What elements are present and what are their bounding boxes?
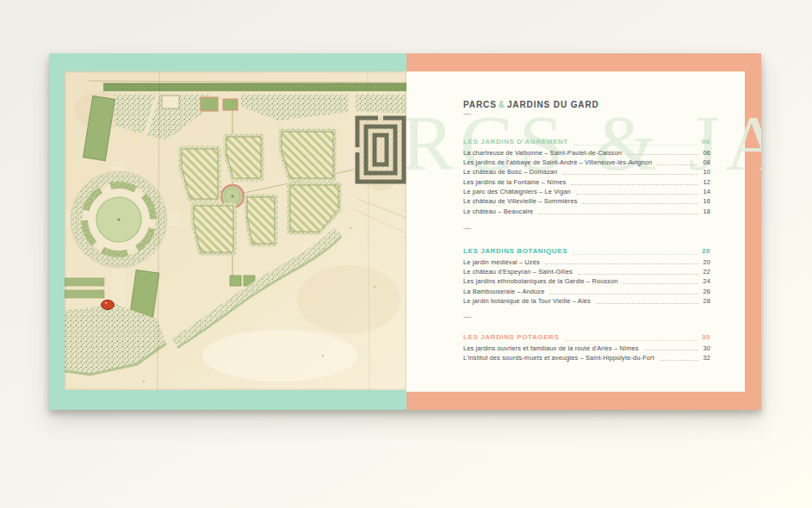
toc-entry: Les jardins ouvriers et familiaux de la … [463, 344, 710, 353]
dotted-leader [571, 184, 698, 185]
toc-entry-label: Le jardin médiéval – Uzès [463, 257, 540, 267]
toc-entry-label: Le château d'Espeyran – Saint-Gilles [463, 267, 573, 276]
toc-entry-label: Le parc des Châtaigniers – Le Vigan [463, 187, 571, 196]
toc-section-potagers: LES JARDINS POTAGERS 30 Les jardins ouvr… [463, 332, 710, 362]
toc-entry-page: 22 [703, 267, 710, 276]
dotted-leader [562, 174, 698, 175]
dotted-leader [660, 360, 699, 361]
dotted-leader [564, 340, 697, 341]
toc-entry-label: Les jardins ouvriers et familiaux de la … [463, 344, 639, 353]
toc-panel: PARCS&JARDINS DU GARD — LES JARDINS D'AG… [406, 71, 745, 392]
garden-plan-illustration [65, 71, 406, 390]
toc-entry-page: 30 [703, 344, 710, 353]
toc-entry: Le jardin médiéval – Uzès 20 [463, 257, 710, 267]
toc-entry-page: 18 [703, 207, 710, 216]
toc-entry-page: 12 [703, 177, 710, 187]
right-page: PARCS&JARDINS DU GARD — LES JARDINS D'AG… [406, 53, 761, 410]
toc-entry: Le jardin botanique de la Tour Vieille –… [463, 296, 710, 306]
dotted-leader [623, 283, 699, 284]
dotted-leader [549, 294, 698, 294]
toc-entry-page: 06 [703, 148, 710, 158]
dotted-leader [644, 350, 699, 350]
dotted-leader [657, 164, 698, 165]
toc-entry: Le château de Villevieille – Sommières 1… [463, 196, 710, 206]
dotted-leader [573, 145, 697, 146]
toc-entry-label: Le château de Villevieille – Sommières [463, 196, 578, 206]
section-label: LES JARDINS BOTANIQUES [463, 246, 567, 257]
photo-backdrop: PARCS&JARDINS DU GARD — LES JARDINS D'AG… [0, 0, 812, 508]
dotted-leader [573, 254, 697, 255]
toc-entry: Les jardins de la Fontaine – Nîmes 12 [463, 177, 710, 187]
toc-entry-label: Le château de Bosc – Domazan [463, 167, 557, 177]
book-spread: PARCS&JARDINS DU GARD — LES JARDINS D'AG… [49, 53, 761, 410]
dotted-leader [596, 303, 699, 304]
maze [355, 115, 404, 182]
dotted-leader [578, 274, 699, 275]
divider-dash: — [463, 109, 471, 118]
red-building [102, 300, 115, 310]
toc-entry-page: 28 [703, 296, 710, 306]
dotted-leader [545, 263, 699, 264]
section-page: 20 [702, 246, 710, 257]
toc-entry-page: 14 [703, 187, 710, 196]
toc-entry-label: Le jardin botanique de la Tour Vieille –… [463, 296, 591, 306]
section-page: 06 [702, 137, 710, 148]
toc-entry: L'institut des sourds-muets et aveugles … [463, 353, 710, 362]
toc-entry: La Bambouseraie – Anduze 26 [463, 287, 710, 296]
dotted-leader [576, 194, 699, 195]
toc-entry-label: Les jardins de la Fontaine – Nîmes [463, 177, 566, 187]
toc-entry-page: 26 [703, 287, 710, 296]
toc-entry: Le château d'Espeyran – Saint-Gilles 22 [463, 267, 710, 276]
toc-entry: Le château – Beaucaire 18 [463, 207, 710, 216]
toc-section-agrement: LES JARDINS D'AGRÉMENT 06 La chartreuse … [463, 137, 710, 216]
toc-entry: La chartreuse de Valbonne – Saint-Paulet… [463, 148, 710, 158]
divider-dash: — [463, 224, 471, 232]
table-of-contents: PARCS&JARDINS DU GARD — LES JARDINS D'AG… [463, 71, 710, 392]
toc-entry-label: L'institut des sourds-muets et aveugles … [463, 353, 654, 362]
toc-entry: Les jardins ethnobotaniques de la Gardie… [463, 276, 710, 286]
toc-entry-page: 20 [703, 257, 710, 267]
top-allee [103, 84, 406, 91]
toc-entry-label: Les jardins de l'abbaye de Saint-André –… [463, 158, 652, 167]
toc-entry-page: 24 [703, 276, 710, 286]
title-ampersand: & [497, 100, 507, 109]
toc-entry-page: 16 [703, 196, 710, 206]
left-page [49, 53, 406, 410]
toc-entry-page: 10 [703, 167, 710, 177]
title-part1: PARCS [463, 100, 497, 109]
toc-entry: Les jardins de l'abbaye de Saint-André –… [463, 158, 710, 167]
section-page: 30 [702, 332, 710, 344]
dotted-leader [583, 203, 699, 204]
toc-entry-label: Les jardins ethnobotaniques de la Gardie… [463, 276, 618, 286]
toc-entry-page: 08 [703, 158, 710, 167]
toc-entry-page: 32 [703, 353, 710, 362]
title-part2: JARDINS DU GARD [507, 100, 599, 109]
dotted-leader [627, 154, 698, 155]
toc-entry: Le parc des Châtaigniers – Le Vigan 14 [463, 187, 710, 196]
section-label: LES JARDINS D'AGRÉMENT [463, 137, 568, 148]
toc-entry-label: La Bambouseraie – Anduze [463, 287, 544, 296]
divider-dash: — [463, 313, 471, 321]
toc-section-header: LES JARDINS BOTANIQUES 20 [463, 246, 710, 257]
dotted-leader [538, 214, 698, 214]
page-title: PARCS&JARDINS DU GARD [463, 100, 599, 109]
toc-entry: Le château de Bosc – Domazan 10 [463, 167, 710, 177]
toc-entry-label: Le château – Beaucaire [463, 207, 533, 216]
section-label: LES JARDINS POTAGERS [463, 332, 559, 344]
toc-section-header: LES JARDINS D'AGRÉMENT 06 [463, 137, 710, 148]
toc-entry-label: La chartreuse de Valbonne – Saint-Paulet… [463, 148, 622, 158]
toc-section-header: LES JARDINS POTAGERS 30 [463, 332, 710, 344]
toc-section-botaniques: LES JARDINS BOTANIQUES 20 Le jardin médi… [463, 246, 710, 306]
